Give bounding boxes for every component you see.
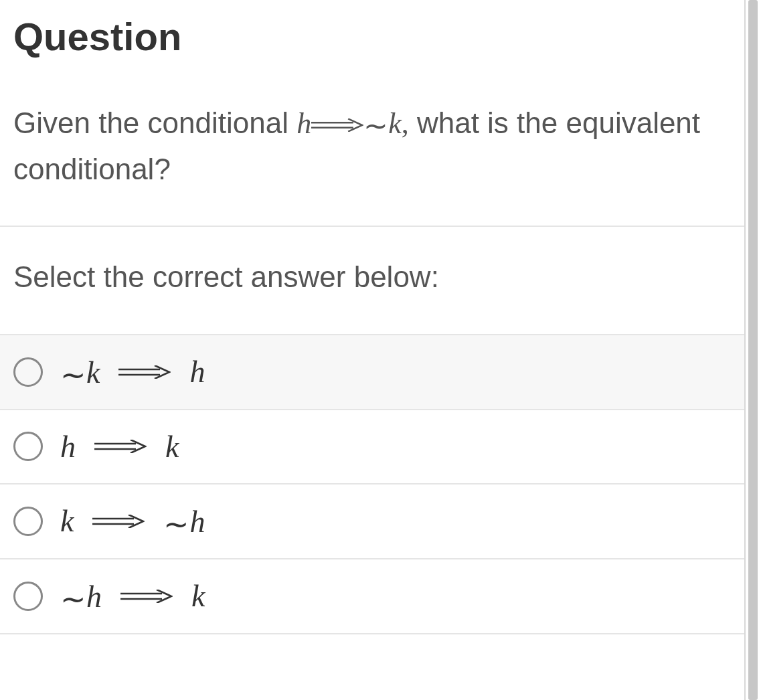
answer-text: h k: [60, 429, 179, 464]
opt2-rhs-neg: ∼: [163, 506, 189, 542]
opt2-rhs: h: [189, 505, 205, 539]
scrollbar-thumb[interactable]: [748, 0, 758, 700]
question-math-rhs-neg: ∼: [363, 104, 388, 149]
answer-option-0[interactable]: ∼k h: [0, 334, 746, 409]
question-title: Question: [13, 13, 732, 60]
instruction-text: Select the correct answer below:: [0, 227, 746, 334]
scrollbar-track[interactable]: [746, 0, 759, 700]
radio-icon: [13, 507, 43, 536]
opt1-lhs: h: [60, 430, 76, 464]
opt0-lhs-neg: ∼: [60, 357, 86, 393]
answer-list: ∼k h h k k ∼h ∼h: [0, 334, 746, 634]
opt1-rhs: k: [165, 430, 179, 464]
answer-text: ∼h k: [60, 578, 205, 614]
question-header: Question: [0, 0, 746, 60]
question-body: Given the conditional h∼k, what is the e…: [0, 60, 746, 226]
opt0-rhs: h: [189, 355, 205, 389]
question-math-rhs: k: [388, 107, 402, 140]
question-prefix: Given the conditional: [13, 106, 297, 139]
answer-text: ∼k h: [60, 354, 205, 390]
radio-icon: [13, 432, 43, 461]
answer-option-2[interactable]: k ∼h: [0, 483, 746, 558]
radio-icon: [13, 582, 43, 611]
implies-icon: [94, 440, 147, 453]
question-math-lhs: h: [297, 107, 311, 140]
opt0-lhs: k: [86, 355, 100, 389]
question-comma: ,: [402, 107, 409, 140]
question-container: Question Given the conditional h∼k, what…: [0, 0, 746, 700]
opt2-lhs: k: [60, 504, 74, 538]
answer-option-1[interactable]: h k: [0, 409, 746, 483]
implies-icon: [118, 365, 171, 379]
implies-icon: [120, 590, 173, 603]
opt3-lhs: h: [86, 580, 102, 614]
opt3-rhs: k: [191, 579, 205, 613]
implies-icon: [92, 515, 145, 528]
radio-icon: [13, 357, 43, 387]
answer-text: k ∼h: [60, 503, 205, 539]
implies-icon: [311, 118, 363, 132]
opt3-lhs-neg: ∼: [60, 581, 86, 617]
answer-option-3[interactable]: ∼h k: [0, 558, 746, 634]
